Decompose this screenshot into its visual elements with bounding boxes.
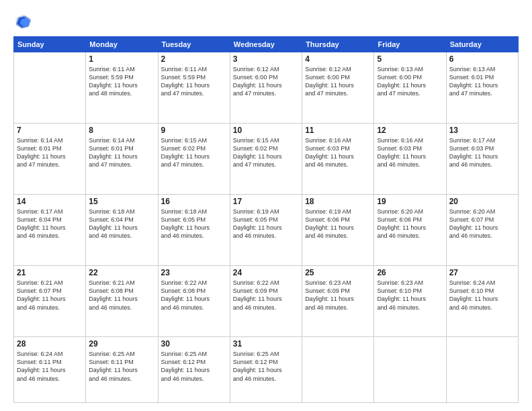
day-number: 31 xyxy=(233,339,299,349)
weekday-header-saturday: Saturday xyxy=(446,37,518,52)
day-info: Sunrise: 6:20 AMSunset: 6:06 PMDaylight:… xyxy=(377,208,443,240)
calendar-cell: 24Sunrise: 6:22 AMSunset: 6:09 PMDayligh… xyxy=(230,266,302,337)
calendar-week-row: 14Sunrise: 6:17 AMSunset: 6:04 PMDayligh… xyxy=(14,195,519,266)
calendar-cell: 17Sunrise: 6:19 AMSunset: 6:05 PMDayligh… xyxy=(230,195,302,266)
day-number: 9 xyxy=(161,126,227,135)
calendar-week-row: 7Sunrise: 6:14 AMSunset: 6:01 PMDaylight… xyxy=(14,124,519,195)
day-number: 23 xyxy=(161,268,227,277)
calendar-cell: 5Sunrise: 6:13 AMSunset: 6:00 PMDaylight… xyxy=(374,52,446,124)
calendar-cell: 19Sunrise: 6:20 AMSunset: 6:06 PMDayligh… xyxy=(374,195,446,266)
day-number: 13 xyxy=(449,126,515,135)
calendar-cell: 22Sunrise: 6:21 AMSunset: 6:08 PMDayligh… xyxy=(86,266,158,337)
weekday-header-tuesday: Tuesday xyxy=(158,37,230,52)
day-info: Sunrise: 6:11 AMSunset: 5:59 PMDaylight:… xyxy=(89,65,154,98)
day-info: Sunrise: 6:25 AMSunset: 6:11 PMDaylight:… xyxy=(89,350,154,383)
calendar-cell: 10Sunrise: 6:15 AMSunset: 6:02 PMDayligh… xyxy=(230,124,302,195)
calendar-cell: 14Sunrise: 6:17 AMSunset: 6:04 PMDayligh… xyxy=(14,195,86,266)
calendar-cell: 12Sunrise: 6:16 AMSunset: 6:03 PMDayligh… xyxy=(374,124,446,195)
weekday-header-thursday: Thursday xyxy=(302,37,374,52)
page: SundayMondayTuesdayWednesdayThursdayFrid… xyxy=(0,0,532,411)
day-number: 21 xyxy=(17,268,83,277)
day-number: 25 xyxy=(305,268,371,277)
calendar-cell: 30Sunrise: 6:25 AMSunset: 6:12 PMDayligh… xyxy=(158,337,230,403)
day-number: 12 xyxy=(377,126,443,135)
calendar-cell: 6Sunrise: 6:13 AMSunset: 6:01 PMDaylight… xyxy=(446,52,518,124)
day-info: Sunrise: 6:16 AMSunset: 6:03 PMDaylight:… xyxy=(305,136,371,169)
day-number: 8 xyxy=(89,126,154,135)
day-number: 24 xyxy=(233,268,299,277)
calendar-cell xyxy=(302,337,374,403)
calendar-cell: 16Sunrise: 6:18 AMSunset: 6:05 PMDayligh… xyxy=(158,195,230,266)
calendar-week-row: 21Sunrise: 6:21 AMSunset: 6:07 PMDayligh… xyxy=(14,266,519,337)
weekday-header-row: SundayMondayTuesdayWednesdayThursdayFrid… xyxy=(14,37,519,52)
day-info: Sunrise: 6:22 AMSunset: 6:09 PMDaylight:… xyxy=(233,279,299,312)
day-info: Sunrise: 6:13 AMSunset: 6:01 PMDaylight:… xyxy=(449,65,515,98)
day-info: Sunrise: 6:17 AMSunset: 6:03 PMDaylight:… xyxy=(449,136,515,169)
day-info: Sunrise: 6:12 AMSunset: 6:00 PMDaylight:… xyxy=(233,65,299,98)
day-number: 7 xyxy=(17,126,83,135)
day-number: 11 xyxy=(305,126,371,135)
day-info: Sunrise: 6:16 AMSunset: 6:03 PMDaylight:… xyxy=(377,136,443,169)
calendar-cell: 8Sunrise: 6:14 AMSunset: 6:01 PMDaylight… xyxy=(86,124,158,195)
day-info: Sunrise: 6:21 AMSunset: 6:07 PMDaylight:… xyxy=(17,279,83,312)
day-number: 17 xyxy=(233,197,299,206)
calendar-cell: 27Sunrise: 6:24 AMSunset: 6:10 PMDayligh… xyxy=(446,266,518,337)
day-info: Sunrise: 6:15 AMSunset: 6:02 PMDaylight:… xyxy=(233,136,299,169)
day-info: Sunrise: 6:25 AMSunset: 6:12 PMDaylight:… xyxy=(233,350,299,383)
day-number: 10 xyxy=(233,126,299,135)
day-info: Sunrise: 6:21 AMSunset: 6:08 PMDaylight:… xyxy=(89,279,154,312)
calendar-cell: 28Sunrise: 6:24 AMSunset: 6:11 PMDayligh… xyxy=(14,337,86,403)
calendar-cell xyxy=(446,337,518,403)
weekday-header-wednesday: Wednesday xyxy=(230,37,302,52)
day-number: 22 xyxy=(89,268,154,277)
calendar-cell: 2Sunrise: 6:11 AMSunset: 5:59 PMDaylight… xyxy=(158,52,230,124)
day-number: 28 xyxy=(17,339,83,349)
day-info: Sunrise: 6:25 AMSunset: 6:12 PMDaylight:… xyxy=(161,350,227,383)
day-info: Sunrise: 6:20 AMSunset: 6:07 PMDaylight:… xyxy=(449,208,515,240)
calendar-cell: 9Sunrise: 6:15 AMSunset: 6:02 PMDaylight… xyxy=(158,124,230,195)
calendar-cell: 29Sunrise: 6:25 AMSunset: 6:11 PMDayligh… xyxy=(86,337,158,403)
day-number: 27 xyxy=(449,268,515,277)
day-number: 1 xyxy=(89,54,154,64)
day-number: 2 xyxy=(161,54,227,64)
calendar-cell: 1Sunrise: 6:11 AMSunset: 5:59 PMDaylight… xyxy=(86,52,158,124)
day-info: Sunrise: 6:18 AMSunset: 6:05 PMDaylight:… xyxy=(161,208,227,240)
calendar-table: SundayMondayTuesdayWednesdayThursdayFrid… xyxy=(13,36,519,403)
day-number: 19 xyxy=(377,197,443,206)
calendar-cell: 11Sunrise: 6:16 AMSunset: 6:03 PMDayligh… xyxy=(302,124,374,195)
calendar-cell: 13Sunrise: 6:17 AMSunset: 6:03 PMDayligh… xyxy=(446,124,518,195)
day-number: 3 xyxy=(233,54,299,64)
calendar-cell: 20Sunrise: 6:20 AMSunset: 6:07 PMDayligh… xyxy=(446,195,518,266)
day-info: Sunrise: 6:14 AMSunset: 6:01 PMDaylight:… xyxy=(17,136,83,169)
day-info: Sunrise: 6:17 AMSunset: 6:04 PMDaylight:… xyxy=(17,208,83,240)
calendar-cell: 26Sunrise: 6:23 AMSunset: 6:10 PMDayligh… xyxy=(374,266,446,337)
weekday-header-friday: Friday xyxy=(374,37,446,52)
day-info: Sunrise: 6:15 AMSunset: 6:02 PMDaylight:… xyxy=(161,136,227,169)
calendar-week-row: 1Sunrise: 6:11 AMSunset: 5:59 PMDaylight… xyxy=(14,52,519,124)
day-number: 5 xyxy=(377,54,443,64)
day-number: 26 xyxy=(377,268,443,277)
calendar-cell: 7Sunrise: 6:14 AMSunset: 6:01 PMDaylight… xyxy=(14,124,86,195)
logo xyxy=(13,12,35,31)
day-number: 15 xyxy=(89,197,154,206)
day-info: Sunrise: 6:14 AMSunset: 6:01 PMDaylight:… xyxy=(89,136,154,169)
header xyxy=(13,12,519,31)
day-number: 18 xyxy=(305,197,371,206)
calendar-cell: 23Sunrise: 6:22 AMSunset: 6:08 PMDayligh… xyxy=(158,266,230,337)
day-info: Sunrise: 6:19 AMSunset: 6:06 PMDaylight:… xyxy=(305,208,371,240)
day-info: Sunrise: 6:18 AMSunset: 6:04 PMDaylight:… xyxy=(89,208,154,240)
day-info: Sunrise: 6:23 AMSunset: 6:10 PMDaylight:… xyxy=(377,279,443,312)
weekday-header-sunday: Sunday xyxy=(14,37,86,52)
calendar-cell xyxy=(14,52,86,124)
day-number: 4 xyxy=(305,54,371,64)
calendar-cell: 18Sunrise: 6:19 AMSunset: 6:06 PMDayligh… xyxy=(302,195,374,266)
day-number: 30 xyxy=(161,339,227,349)
weekday-header-monday: Monday xyxy=(86,37,158,52)
calendar-cell: 15Sunrise: 6:18 AMSunset: 6:04 PMDayligh… xyxy=(86,195,158,266)
logo-icon xyxy=(13,12,32,31)
day-number: 29 xyxy=(89,339,154,349)
day-info: Sunrise: 6:22 AMSunset: 6:08 PMDaylight:… xyxy=(161,279,227,312)
day-info: Sunrise: 6:13 AMSunset: 6:00 PMDaylight:… xyxy=(377,65,443,98)
day-info: Sunrise: 6:11 AMSunset: 5:59 PMDaylight:… xyxy=(161,65,227,98)
calendar-cell: 31Sunrise: 6:25 AMSunset: 6:12 PMDayligh… xyxy=(230,337,302,403)
